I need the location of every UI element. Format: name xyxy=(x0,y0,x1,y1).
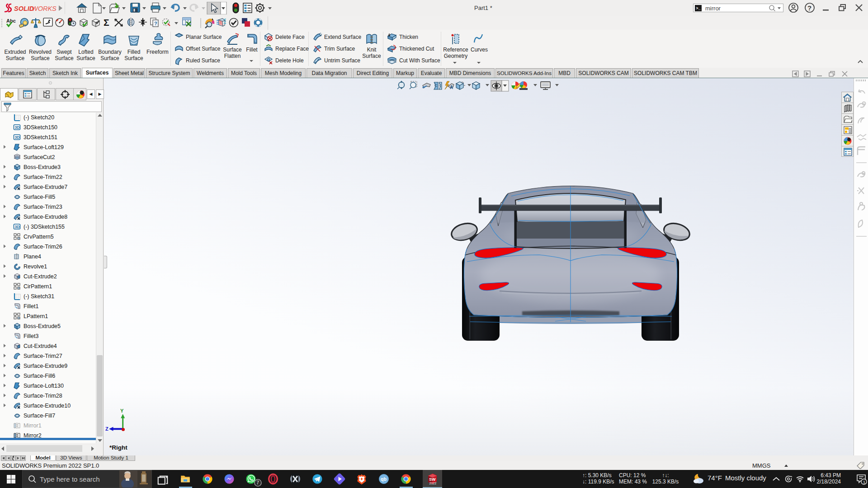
svg-text:?: ? xyxy=(807,4,811,12)
svg-text:qb: qb xyxy=(381,476,387,482)
svg-text:Σ: Σ xyxy=(104,17,109,28)
svg-text:A: A xyxy=(450,85,453,90)
svg-text:7: 7 xyxy=(256,480,259,485)
svg-text:Y: Y xyxy=(120,408,124,413)
svg-text:SW: SW xyxy=(429,477,436,482)
svg-text:2022: 2022 xyxy=(429,482,437,485)
svg-text:1: 1 xyxy=(863,480,865,484)
svg-text:WORKS: WORKS xyxy=(32,5,57,12)
svg-text:?: ? xyxy=(154,21,157,26)
svg-text:Z: Z xyxy=(105,426,108,432)
